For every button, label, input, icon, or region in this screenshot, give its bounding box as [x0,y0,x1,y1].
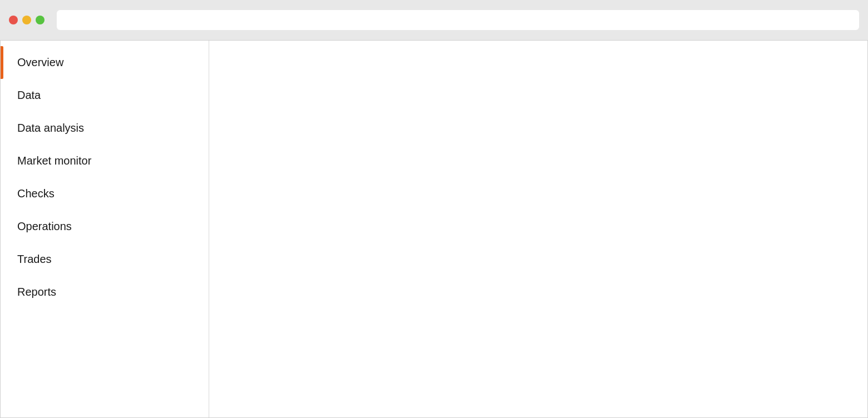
sidebar: OverviewDataData analysisMarket monitorC… [1,41,209,417]
sidebar-item-trades[interactable]: Trades [1,243,209,276]
sidebar-item-reports[interactable]: Reports [1,276,209,308]
browser-content: OverviewDataData analysisMarket monitorC… [0,40,868,418]
sidebar-item-operations[interactable]: Operations [1,210,209,243]
sidebar-item-data-analysis[interactable]: Data analysis [1,112,209,145]
traffic-lights [9,16,45,24]
minimize-button[interactable] [22,16,31,24]
maximize-button[interactable] [36,16,45,24]
main-content [209,41,867,417]
sidebar-item-label-trades: Trades [17,253,52,266]
sidebar-item-data[interactable]: Data [1,79,209,112]
sidebar-item-overview[interactable]: Overview [1,46,209,79]
title-bar [0,0,868,40]
sidebar-item-checks[interactable]: Checks [1,177,209,210]
sidebar-item-label-overview: Overview [17,56,63,69]
sidebar-item-label-data-analysis: Data analysis [17,122,84,135]
sidebar-item-market-monitor[interactable]: Market monitor [1,145,209,177]
address-bar[interactable] [57,10,859,30]
sidebar-item-label-market-monitor: Market monitor [17,155,91,167]
sidebar-item-label-operations: Operations [17,220,72,233]
sidebar-item-label-data: Data [17,89,41,102]
sidebar-item-label-checks: Checks [17,187,55,200]
close-button[interactable] [9,16,18,24]
sidebar-item-label-reports: Reports [17,286,56,298]
